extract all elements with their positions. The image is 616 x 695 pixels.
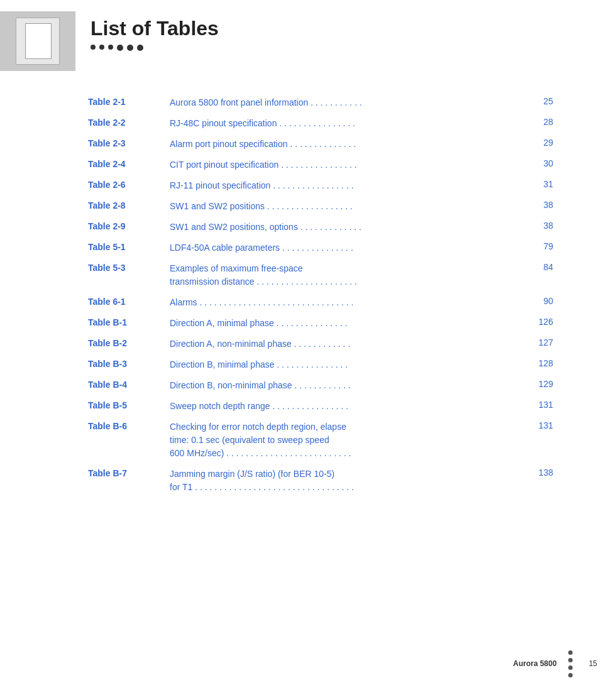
toc-entry-page: 31	[528, 179, 553, 189]
toc-entry-label: Table B-4	[88, 379, 163, 390]
toc-entry-label: Table 2-3	[88, 138, 163, 148]
toc-entry-label: Table 2-8	[88, 200, 163, 211]
toc-entry-description: Checking for error notch depth region, e…	[163, 420, 528, 460]
dot-3	[108, 45, 113, 50]
toc-entry-description: Aurora 5800 front panel information . . …	[163, 96, 528, 109]
footer-dot-1	[568, 650, 573, 655]
footer-dot-2	[568, 658, 573, 662]
toc-entry: Table 2-4CIT port pinout specification .…	[88, 158, 553, 172]
toc-entry: Table 2-8SW1 and SW2 positions . . . . .…	[88, 200, 553, 213]
toc-entry-description: RJ-48C pinout specification . . . . . . …	[163, 117, 528, 130]
toc-entry: Table B-1Direction A, minimal phase . . …	[88, 317, 553, 330]
toc-entry: Table 2-3Alarm port pinout specification…	[88, 138, 553, 151]
toc-entry-page: 30	[528, 158, 553, 168]
toc-entry-description: Direction A, minimal phase . . . . . . .…	[163, 317, 528, 330]
toc-entry-page: 90	[528, 296, 553, 306]
toc-entry-description: SW1 and SW2 positions . . . . . . . . . …	[163, 200, 528, 213]
toc-entry-description: Sweep notch depth range . . . . . . . . …	[163, 400, 528, 413]
toc-entry: Table B-4Direction B, non-minimal phase …	[88, 379, 553, 392]
toc-entry-description: Direction B, minimal phase . . . . . . .…	[163, 358, 528, 371]
footer-dots	[568, 650, 573, 677]
toc-entry-description: SW1 and SW2 positions, options . . . . .…	[163, 221, 528, 234]
dot-2	[99, 45, 104, 50]
toc-entry: Table B-2Direction A, non-minimal phase …	[88, 337, 553, 351]
toc-entry-page: 38	[528, 221, 553, 231]
device-thumbnail	[16, 18, 60, 65]
toc-entry: Table B-3Direction B, minimal phase . . …	[88, 358, 553, 371]
toc-entry-label: Table B-2	[88, 337, 163, 348]
toc-entry: Table 2-1Aurora 5800 front panel informa…	[88, 96, 553, 109]
toc-entry-description: LDF4-50A cable parameters . . . . . . . …	[163, 241, 528, 254]
toc-entry: Table 2-2RJ-48C pinout specification . .…	[88, 117, 553, 130]
toc-entry: Table 5-1LDF4-50A cable parameters . . .…	[88, 241, 553, 254]
header-title-area: List of Tables	[75, 11, 219, 51]
toc-entry-label: Table 2-2	[88, 117, 163, 128]
toc-content: Table 2-1Aurora 5800 front panel informa…	[0, 77, 616, 539]
toc-entry-page: 79	[528, 241, 553, 251]
header-dots	[91, 45, 219, 51]
toc-entry-label: Table 5-3	[88, 262, 163, 273]
toc-entry-description: Alarm port pinout specification . . . . …	[163, 138, 528, 151]
toc-entry: Table B-6Checking for error notch depth …	[88, 420, 553, 460]
toc-entry-page: 131	[528, 400, 553, 410]
toc-entry-page: 127	[528, 337, 553, 348]
toc-entry-label: Table B-7	[88, 468, 163, 478]
toc-entry-label: Table B-6	[88, 420, 163, 431]
header-image	[0, 11, 75, 71]
toc-entry-description: Examples of maximum free-spacetransmissi…	[163, 262, 528, 288]
toc-entry-description: Jamming margin (J/S ratio) (for BER 10-5…	[163, 468, 528, 494]
toc-entry-description: Alarms . . . . . . . . . . . . . . . . .…	[163, 296, 528, 309]
toc-entry: Table B-7Jamming margin (J/S ratio) (for…	[88, 468, 553, 494]
toc-entry-page: 131	[528, 420, 553, 430]
footer-dot-4	[568, 673, 573, 677]
toc-entry-page: 126	[528, 317, 553, 327]
toc-entry-label: Table 5-1	[88, 241, 163, 252]
toc-entry-label: Table B-1	[88, 317, 163, 327]
toc-entry-label: Table 2-9	[88, 221, 163, 231]
toc-entry-description: CIT port pinout specification . . . . . …	[163, 158, 528, 172]
toc-entry-page: 84	[528, 262, 553, 272]
toc-entry: Table 6-1Alarms . . . . . . . . . . . . …	[88, 296, 553, 309]
toc-entry: Table 2-9SW1 and SW2 positions, options …	[88, 221, 553, 234]
dot-5	[127, 45, 133, 51]
toc-entry-page: 128	[528, 358, 553, 368]
page-footer: Aurora 5800 15	[0, 649, 616, 677]
toc-entry: Table 5-3Examples of maximum free-spacet…	[88, 262, 553, 288]
toc-entry-page: 38	[528, 200, 553, 210]
toc-entry-page: 129	[528, 379, 553, 389]
toc-entry-description: Direction A, non-minimal phase . . . . .…	[163, 337, 528, 351]
page-number: 15	[589, 659, 597, 668]
toc-entry-label: Table B-3	[88, 358, 163, 369]
toc-entry-page: 138	[528, 468, 553, 478]
toc-entry: Table B-5Sweep notch depth range . . . .…	[88, 400, 553, 413]
toc-entry-label: Table B-5	[88, 400, 163, 410]
toc-entry-label: Table 2-4	[88, 158, 163, 169]
dot-4	[117, 45, 123, 51]
toc-entry: Table 2-6RJ-11 pinout specification . . …	[88, 179, 553, 192]
dot-1	[91, 45, 96, 50]
toc-list: Table 2-1Aurora 5800 front panel informa…	[88, 96, 553, 494]
toc-entry-page: 25	[528, 96, 553, 106]
toc-entry-description: RJ-11 pinout specification . . . . . . .…	[163, 179, 528, 192]
dot-6	[137, 45, 143, 51]
toc-entry-page: 28	[528, 117, 553, 127]
footer-dot-3	[568, 665, 573, 670]
toc-entry-label: Table 2-6	[88, 179, 163, 190]
page-title: List of Tables	[91, 18, 219, 40]
toc-entry-description: Direction B, non-minimal phase . . . . .…	[163, 379, 528, 392]
toc-entry-label: Table 6-1	[88, 296, 163, 307]
footer-brand: Aurora 5800	[513, 659, 556, 668]
toc-entry-label: Table 2-1	[88, 96, 163, 107]
toc-entry-page: 29	[528, 138, 553, 148]
page-header: List of Tables	[0, 0, 616, 71]
